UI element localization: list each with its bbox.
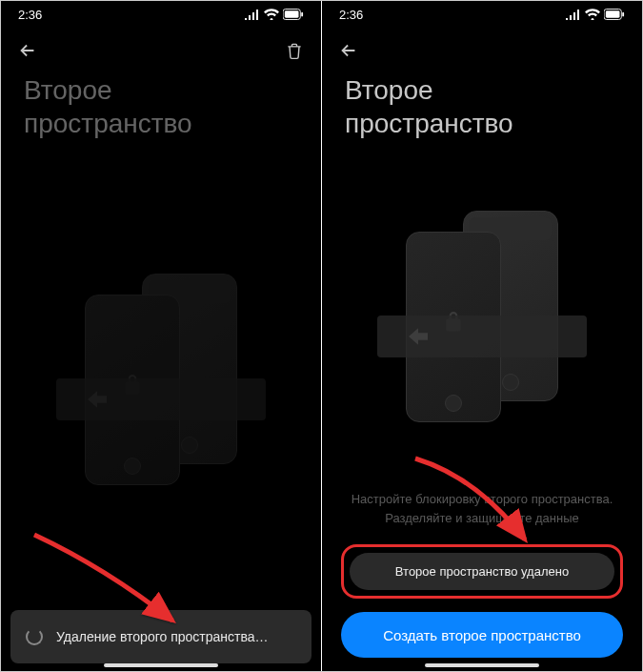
create-second-space-button[interactable]: Создать второе пространство — [341, 612, 623, 658]
status-time: 2:36 — [18, 8, 42, 22]
swap-arrow-icon — [377, 316, 587, 357]
wifi-icon — [264, 9, 279, 20]
battery-icon — [283, 9, 304, 20]
snackbar: Удаление второго пространства… — [10, 610, 311, 663]
page-title: Второе пространство — [322, 73, 642, 140]
battery-icon — [604, 9, 625, 20]
illustration — [1, 169, 321, 598]
status-time: 2:36 — [339, 8, 363, 22]
home-indicator[interactable] — [104, 663, 218, 667]
home-indicator[interactable] — [425, 663, 539, 667]
toast-text: Второе пространство удалено — [395, 564, 569, 579]
primary-button-label: Создать второе пространство — [383, 627, 581, 643]
signal-icon — [566, 9, 581, 20]
title-line1: Второе — [24, 73, 298, 107]
illustration — [322, 169, 642, 471]
status-icons — [566, 9, 625, 20]
snackbar-text: Удаление второго пространства… — [56, 629, 269, 644]
subtitle-line2: Разделяйте и защищайте данные — [351, 509, 613, 528]
status-bar: 2:36 — [322, 1, 642, 28]
status-bar: 2:36 — [1, 1, 321, 28]
title-line2: пространство — [345, 107, 619, 140]
svg-rect-1 — [285, 10, 299, 17]
subtitle: Настройте блокировку второго пространств… — [322, 490, 642, 527]
topbar — [1, 28, 321, 73]
title-line1: Второе — [345, 73, 619, 107]
back-icon[interactable] — [337, 39, 360, 62]
toast-highlight: Второе пространство удалено — [341, 544, 623, 599]
signal-icon — [245, 9, 260, 20]
svg-rect-4 — [606, 10, 620, 17]
back-icon[interactable] — [16, 39, 39, 62]
phone-screen-right: 2:36 Второе пространство — [322, 1, 642, 671]
swap-arrow-icon — [56, 378, 266, 420]
title-line2: пространство — [24, 107, 298, 140]
topbar — [322, 28, 642, 73]
svg-rect-2 — [301, 12, 303, 17]
page-title: Второе пространство — [1, 73, 321, 140]
svg-rect-5 — [622, 12, 624, 17]
spinner-icon — [26, 628, 43, 645]
status-icons — [245, 9, 304, 20]
phone-screen-left: 2:36 Второе пространство — [1, 1, 321, 671]
toast: Второе пространство удалено — [350, 553, 614, 590]
subtitle-line1: Настройте блокировку второго пространств… — [351, 490, 613, 509]
trash-icon[interactable] — [283, 39, 306, 62]
wifi-icon — [585, 9, 600, 20]
